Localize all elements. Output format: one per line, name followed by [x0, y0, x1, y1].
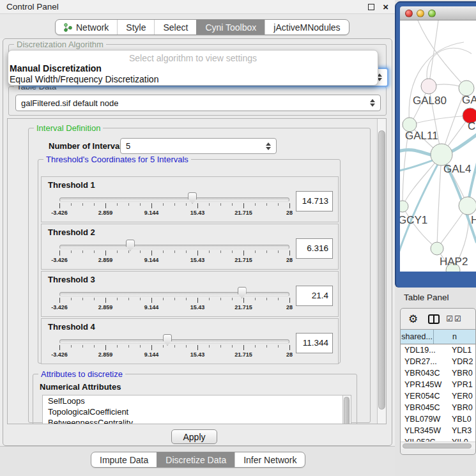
table-cell-shared-name: YDL19... [401, 346, 447, 355]
network-edge [437, 155, 441, 249]
threshold-slider[interactable]: -3.4262.8599.14415.4321.71528 [58, 192, 291, 220]
threshold-label: Threshold 1 [48, 180, 95, 190]
float-window-icon[interactable] [368, 4, 374, 10]
threshold-slider[interactable]: -3.4262.8599.14415.4321.71528 [58, 287, 291, 315]
close-icon[interactable]: × [383, 1, 388, 13]
scrollbar-horizontal[interactable] [401, 441, 475, 449]
tab-style[interactable]: Style [117, 20, 154, 35]
network-node[interactable] [459, 197, 476, 215]
threshold-value-field[interactable]: 11.344 [296, 333, 333, 353]
tick-mark [209, 298, 210, 300]
slider-handle[interactable] [238, 287, 247, 298]
tick-mark [151, 203, 152, 208]
tick-mark [71, 298, 72, 300]
scrollbar-vertical[interactable] [377, 119, 386, 424]
network-node[interactable] [431, 144, 452, 165]
gear-icon[interactable]: ⚙ [408, 314, 418, 325]
network-window-titlebar[interactable] [400, 6, 476, 20]
tick-mark [255, 345, 256, 348]
network-canvas[interactable]: GAL80GACGAL11GAL4GCY1HHAP2 [400, 20, 476, 272]
table-cell-name: YPR1 [447, 380, 473, 389]
list-item-selfloops[interactable]: SelfLoops [43, 395, 351, 406]
list-item-topologicalcoefficient[interactable]: TopologicalCoefficient [43, 406, 351, 417]
table-row[interactable]: YDR27...YDR2 [401, 356, 475, 367]
spinner-arrows-icon [266, 142, 271, 150]
list-scrollbar-vertical[interactable] [342, 395, 351, 424]
table-panel-window: ⚙ ☑ ☑ shared... n YDL19...YDL1YDR27...YD… [400, 308, 476, 455]
network-node[interactable] [421, 79, 436, 94]
bottom-tab-infer-network[interactable]: Infer Network [234, 452, 305, 467]
checkbox-icon[interactable]: ☑ [446, 314, 453, 323]
number-of-intervals-spinner[interactable]: 5 [120, 138, 277, 154]
table-data-combobox[interactable]: galFiltered.sif default node [15, 95, 381, 111]
tick-mark [94, 203, 95, 206]
tick-mark [128, 203, 129, 206]
table-cell-shared-name: YBR045C [401, 403, 447, 412]
tick-mark [105, 250, 106, 256]
popup-option-equal-width-frequency-discretization[interactable]: Equal Width/Frequency Discretization [8, 74, 378, 85]
threshold-panel: Threshold 4-3.4262.8599.14415.4321.71528… [41, 318, 339, 364]
threshold-label: Threshold 2 [48, 227, 95, 237]
slider-handle[interactable] [188, 192, 197, 204]
tab-jactivemnodules[interactable]: jActiveMNodules [265, 20, 348, 35]
minimize-traffic-light-icon[interactable] [417, 10, 424, 17]
tick-mark [140, 250, 141, 253]
slider-track[interactable] [59, 197, 289, 202]
tab-network[interactable]: Network [56, 20, 117, 35]
right-panels: GAL80GACGAL11GAL4GCY1HHAP2 Table Panel ⚙… [395, 0, 476, 476]
tick-label: 21.715 [234, 257, 252, 263]
bottom-tab-discretize-data[interactable]: Discretize Data [157, 452, 234, 467]
tick-mark [163, 203, 164, 206]
close-traffic-light-icon[interactable] [405, 10, 413, 17]
bottom-tab-impute-data[interactable]: Impute Data [91, 452, 157, 467]
tick-mark [232, 250, 233, 253]
network-node[interactable] [400, 201, 408, 212]
columns-icon[interactable] [428, 314, 440, 324]
tick-mark [163, 345, 164, 348]
threshold-value-field[interactable]: 21.4 [296, 286, 333, 306]
network-node[interactable] [431, 242, 443, 255]
network-view-window: GAL80GACGAL11GAL4GCY1HHAP2 [396, 3, 476, 288]
table-header-row: shared... n [401, 329, 475, 344]
slider-track[interactable] [59, 292, 289, 296]
table-row[interactable]: YLR345WYLR3 [401, 425, 475, 436]
threshold-value-field[interactable]: 6.316 [296, 238, 333, 259]
checkbox-icon[interactable]: ☑ [454, 314, 461, 323]
list-item-betweennesscentrality[interactable]: BetweennessCentrality [43, 417, 351, 424]
slider-handle[interactable] [163, 334, 172, 346]
tab-cyni-toolbox[interactable]: Cyni Toolbox [196, 20, 265, 35]
slider-track[interactable] [59, 339, 289, 344]
popup-option-manual-discretization[interactable]: Manual Discretization [8, 63, 378, 74]
table-row[interactable]: YBR045CYBR0 [401, 402, 475, 413]
table-cell-shared-name: YPR145W [401, 380, 447, 389]
table-row[interactable]: YIL052CYIL0 [401, 436, 475, 441]
apply-button[interactable]: Apply [171, 429, 217, 444]
slider-tick-labels: -3.4262.8599.14415.4321.71528 [59, 257, 289, 265]
table-row[interactable]: YPR145WYPR1 [401, 379, 475, 390]
tick-mark [128, 345, 129, 348]
tick-mark [117, 203, 118, 206]
threshold-slider[interactable]: -3.4262.8599.14415.4321.71528 [58, 334, 291, 362]
tick-mark [243, 345, 244, 350]
tick-mark [140, 345, 141, 348]
tick-mark [71, 203, 72, 206]
table-row[interactable]: YBR043CYBR0 [401, 367, 475, 379]
tick-mark [163, 298, 164, 300]
slider-handle[interactable] [126, 240, 135, 251]
table-row[interactable]: YER054CYER0 [401, 390, 475, 402]
tick-mark [105, 203, 106, 208]
zoom-traffic-light-icon[interactable] [428, 10, 436, 17]
threshold-value-field[interactable]: 14.713 [296, 191, 333, 211]
tick-label: -3.426 [51, 210, 68, 216]
column-header-shared-name[interactable]: shared... [401, 330, 434, 344]
slider-track[interactable] [59, 245, 289, 249]
column-header-name[interactable]: n [434, 330, 475, 344]
tick-label: 28 [286, 210, 293, 216]
control-panel-window: Control Panel × NetworkStyleSelectCyni T… [0, 0, 395, 476]
slider-tick-labels: -3.4262.8599.14415.4321.71528 [59, 351, 289, 359]
table-row[interactable]: YBL079WYBL0 [401, 413, 475, 425]
threshold-slider[interactable]: -3.4262.8599.14415.4321.71528 [58, 240, 291, 268]
table-row[interactable]: YDL19...YDL1 [401, 344, 475, 356]
numerical-attributes-list[interactable]: SelfLoopsTopologicalCoefficientBetweenne… [42, 395, 351, 424]
tab-select[interactable]: Select [154, 20, 196, 35]
